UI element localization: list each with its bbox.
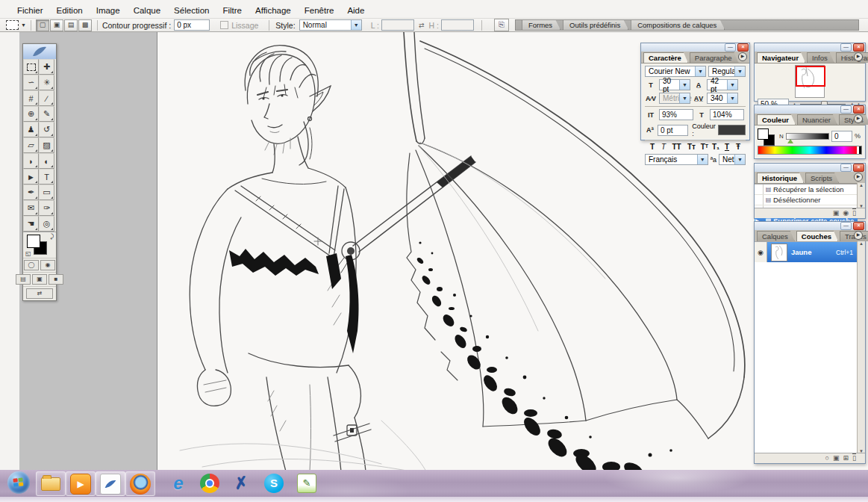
dodge-tool[interactable]: ◐ xyxy=(39,153,54,169)
tab-paragraphe[interactable]: Paragraphe xyxy=(690,52,739,63)
tab-infos[interactable]: Infos xyxy=(807,52,834,63)
pen-tool[interactable]: ✒ xyxy=(23,185,39,200)
vertical-scale-input[interactable]: 93% xyxy=(659,109,693,120)
dropdown-caret-icon[interactable]: ▼ xyxy=(727,80,737,90)
blur-tool[interactable]: ◗ xyxy=(23,153,39,169)
new-snapshot-icon[interactable]: ◉ xyxy=(843,209,849,217)
taskbar-internet-explorer-button[interactable]: e xyxy=(164,471,193,495)
history-state-row[interactable]: ▤ Désélectionner xyxy=(755,195,858,205)
tab-nuancier[interactable]: Nuancier xyxy=(797,114,837,125)
tab-couleur[interactable]: Couleur xyxy=(757,114,796,125)
menu-aide[interactable]: Aide xyxy=(340,4,371,18)
crop-tool[interactable]: # xyxy=(23,90,39,106)
taskbar-windows-explorer-button[interactable] xyxy=(36,471,66,496)
small-caps-button[interactable]: Tᴛ xyxy=(685,143,699,151)
panel-menu-icon[interactable]: ▶ xyxy=(854,114,863,123)
faux-italic-button[interactable]: T xyxy=(659,143,669,151)
zoom-tool[interactable]: ◎ xyxy=(39,216,54,232)
taskbar-skype-button[interactable]: S xyxy=(260,471,288,495)
standard-mode-button[interactable]: ◯ xyxy=(24,260,39,270)
gray-value-input[interactable]: 0 xyxy=(831,131,852,142)
minimize-icon[interactable]: — xyxy=(840,164,852,172)
taskbar-chrome-button[interactable] xyxy=(196,471,224,495)
dropdown-caret-icon[interactable]: ▼ xyxy=(697,155,708,164)
start-button[interactable] xyxy=(7,471,30,494)
healing-brush-tool[interactable]: ⊕ xyxy=(23,106,39,122)
superscript-button[interactable]: Tᵀ xyxy=(700,143,710,151)
dropdown-caret-icon[interactable]: ▼ xyxy=(734,66,745,76)
default-colors-icon[interactable]: ◱ xyxy=(25,250,31,257)
menu-filtre[interactable]: Filtre xyxy=(216,4,249,18)
antialias-checkbox[interactable] xyxy=(220,21,228,29)
magic-wand-tool[interactable]: ✳ xyxy=(39,75,54,90)
tab-scripts[interactable]: Scripts xyxy=(805,173,839,183)
go-to-bridge-button[interactable]: ⎘ xyxy=(494,19,509,31)
kerning-dropdown[interactable]: Métrique ▼ xyxy=(659,93,690,104)
fullscreen-menu-button[interactable]: ▣ xyxy=(32,274,47,285)
new-channel-icon[interactable]: ⊞ xyxy=(843,454,849,462)
move-tool[interactable]: ✚ xyxy=(39,59,54,75)
brush-tool[interactable]: ✎ xyxy=(39,106,54,122)
foreground-color-swatch[interactable] xyxy=(758,128,769,140)
quick-mask-mode-button[interactable]: ◉ xyxy=(40,260,55,270)
delete-state-icon[interactable]: ▯ xyxy=(852,209,856,217)
height-input[interactable] xyxy=(441,19,474,31)
feather-input[interactable]: 0 px xyxy=(174,19,210,31)
dropdown-caret-icon[interactable]: ▼ xyxy=(679,80,690,90)
eyedropper-tool[interactable]: ✑ xyxy=(39,200,54,216)
history-source-well[interactable] xyxy=(755,195,764,205)
panel-titlebar[interactable]: — × xyxy=(755,105,865,114)
menu-calque[interactable]: Calque xyxy=(127,4,167,18)
strikethrough-button[interactable]: Ŧ xyxy=(734,143,743,151)
menu-selection[interactable]: Sélection xyxy=(167,4,216,18)
active-tool-icon[interactable] xyxy=(6,20,19,30)
swap-dimensions-icon[interactable]: ⇄ xyxy=(419,22,425,29)
slice-tool[interactable]: ∕ xyxy=(39,90,54,106)
rectangular-marquee-tool[interactable] xyxy=(23,59,39,75)
minimize-icon[interactable]: — xyxy=(840,222,852,230)
save-selection-as-channel-icon[interactable]: ▣ xyxy=(833,454,840,462)
language-dropdown[interactable]: Français ▼ xyxy=(645,154,708,165)
palette-tab-formes[interactable]: Formes xyxy=(522,19,561,30)
style-dropdown[interactable]: Normal ▼ xyxy=(299,19,362,31)
edit-in-imageready-button[interactable]: ⇄ xyxy=(26,288,53,299)
new-selection-mode-button[interactable]: ▢ xyxy=(36,19,49,31)
taskbar-photoshop-button[interactable] xyxy=(96,471,125,496)
grayscale-slider-thumb[interactable] xyxy=(787,139,793,143)
antialias-dropdown[interactable]: Net ▼ xyxy=(719,154,746,165)
dropdown-caret-icon[interactable]: ▼ xyxy=(734,155,745,164)
tool-preset-caret-icon[interactable]: ▼ xyxy=(21,22,26,28)
lasso-tool[interactable]: ∽ xyxy=(23,75,39,90)
history-source-well[interactable] xyxy=(755,185,764,194)
taskbar-firefox-button[interactable] xyxy=(125,471,155,496)
dropdown-caret-icon[interactable]: ▼ xyxy=(351,20,361,30)
new-document-from-state-icon[interactable]: ▣ xyxy=(833,209,840,217)
menu-edition[interactable]: Edition xyxy=(50,4,90,18)
fullscreen-button[interactable]: ■ xyxy=(49,274,63,285)
leading-dropdown[interactable]: 42 pt ▼ xyxy=(707,79,738,90)
tab-histogramme[interactable]: Histogramme xyxy=(836,52,868,63)
taskbar-media-player-button[interactable]: ▶ xyxy=(66,471,96,496)
subtract-selection-mode-button[interactable]: ▤ xyxy=(64,19,78,31)
eraser-tool[interactable]: ▱ xyxy=(23,137,39,153)
shape-tool[interactable]: ▭ xyxy=(39,185,54,200)
panel-titlebar[interactable]: — × xyxy=(755,164,865,172)
font-family-dropdown[interactable]: Courier New ▼ xyxy=(645,66,706,77)
subscript-button[interactable]: T₁ xyxy=(711,143,721,151)
grayscale-slider[interactable] xyxy=(786,133,829,140)
color-spectrum-ramp[interactable] xyxy=(758,146,862,155)
tracking-dropdown[interactable]: 340 ▼ xyxy=(707,93,738,104)
menu-image[interactable]: Image xyxy=(90,4,127,18)
panel-menu-icon[interactable]: ▶ xyxy=(854,173,863,182)
history-scrollbar[interactable]: ▲ ▼ xyxy=(857,183,865,208)
intersect-selection-mode-button[interactable]: ▩ xyxy=(78,19,92,31)
channel-row-jaune[interactable]: ◉ Jaune Ctrl+1 xyxy=(755,242,865,262)
close-icon[interactable]: × xyxy=(853,222,864,230)
tab-navigateur[interactable]: Navigateur xyxy=(757,52,805,63)
font-style-dropdown[interactable]: Regular ▼ xyxy=(708,66,746,77)
channel-thumbnail[interactable] xyxy=(771,244,787,261)
minimize-icon[interactable]: — xyxy=(725,43,736,52)
delete-channel-icon[interactable]: ▯ xyxy=(852,454,856,462)
width-input[interactable] xyxy=(381,19,414,31)
path-selection-tool[interactable]: ► xyxy=(23,169,39,185)
